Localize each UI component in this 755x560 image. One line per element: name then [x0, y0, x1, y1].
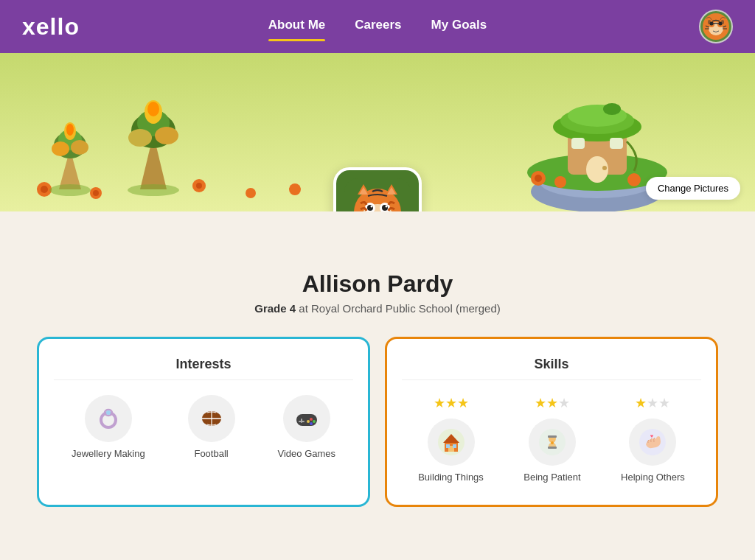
tiger-avatar-icon: [702, 13, 730, 41]
svg-point-51: [627, 173, 641, 186]
user-avatar[interactable]: [699, 10, 733, 43]
navbar-avatar-area: [555, 10, 733, 43]
svg-point-33: [246, 188, 256, 198]
building-stars: ★★★: [434, 395, 469, 411]
patient-label: Being Patient: [523, 472, 580, 483]
svg-point-49: [535, 175, 542, 182]
profile-school-info: Grade 4 at Royal Orchard Public School (…: [0, 302, 755, 315]
nav-careers[interactable]: Careers: [355, 18, 401, 35]
star-1: ★: [635, 396, 647, 410]
svg-point-23: [128, 129, 152, 147]
svg-point-36: [128, 184, 179, 196]
profile-name: Allison Pardy: [0, 270, 755, 298]
building-label: Building Things: [418, 472, 484, 483]
svg-point-35: [49, 184, 91, 196]
football-icon: [188, 395, 235, 442]
hands-icon: [639, 428, 667, 456]
change-pictures-button[interactable]: Change Pictures: [646, 177, 740, 200]
star-3: ★: [658, 396, 670, 410]
svg-point-95: [551, 441, 554, 444]
cards-row: Interests Jewellery Making: [0, 329, 755, 507]
profile-tiger-icon: [344, 178, 411, 211]
jewellery-label: Jewellery Making: [72, 448, 145, 459]
skill-patient[interactable]: ★★★ Being Patient: [523, 395, 580, 483]
svg-rect-46: [571, 138, 585, 149]
patient-icon: [529, 419, 576, 466]
building-icon: [428, 419, 475, 466]
profile-school: at Royal Orchard Public School (merged): [299, 302, 500, 315]
profile-info: Allison Pardy Grade 4 at Royal Orchard P…: [0, 270, 755, 315]
patient-stars: ★★★: [535, 395, 570, 411]
svg-rect-81: [299, 421, 305, 422]
ring-icon: [95, 405, 122, 432]
helping-icon: [629, 419, 676, 466]
football-label: Football: [194, 448, 228, 459]
controller-icon: [293, 405, 320, 432]
svg-point-66: [386, 206, 388, 208]
svg-point-16: [52, 141, 69, 156]
profile-avatar-container: [333, 167, 422, 211]
svg-point-19: [66, 124, 74, 136]
svg-point-26: [147, 102, 159, 116]
svg-rect-93: [548, 435, 557, 438]
svg-rect-79: [296, 414, 317, 426]
logo: xello: [22, 13, 200, 41]
helping-label: Helping Others: [621, 472, 685, 483]
interests-items: Jewellery Making Football: [54, 395, 353, 459]
video-games-label: Video Games: [278, 448, 336, 459]
profile-banner: Change Pictures: [0, 53, 755, 211]
svg-point-75: [106, 410, 111, 415]
svg-point-84: [310, 422, 313, 425]
interest-video-games[interactable]: Video Games: [278, 395, 336, 459]
interest-football[interactable]: Football: [188, 395, 235, 459]
svg-rect-11: [721, 20, 724, 24]
svg-point-65: [371, 206, 373, 208]
svg-point-82: [310, 418, 313, 421]
interests-card-title: Interests: [54, 357, 353, 380]
hourglass-icon: [538, 428, 566, 456]
nav-links: About Me Careers My Goals: [200, 18, 555, 35]
svg-point-32: [196, 183, 202, 189]
svg-point-83: [313, 420, 316, 423]
profile-grade-label: Grade 4: [254, 302, 296, 315]
skills-card: Skills ★★★ Building Things: [385, 337, 718, 507]
svg-rect-10: [708, 20, 711, 24]
svg-point-34: [289, 183, 301, 195]
svg-point-50: [554, 176, 566, 188]
svg-rect-94: [548, 447, 557, 449]
interest-jewellery[interactable]: Jewellery Making: [72, 395, 145, 459]
skills-items: ★★★ Building Things ★★★: [402, 395, 701, 483]
navbar: xello About Me Careers My Goals: [0, 0, 755, 53]
svg-point-28: [41, 186, 48, 193]
svg-rect-90: [446, 444, 450, 448]
nav-my-goals[interactable]: My Goals: [431, 18, 487, 35]
helping-stars: ★★★: [635, 395, 670, 411]
interests-card: Interests Jewellery Making: [37, 337, 370, 507]
star-1: ★: [535, 396, 546, 410]
svg-point-85: [307, 420, 310, 423]
football-ball-icon: [198, 405, 225, 432]
skills-card-title: Skills: [402, 357, 701, 380]
house-icon: [437, 428, 465, 456]
profile-avatar[interactable]: [333, 167, 422, 211]
star-2: ★: [546, 396, 558, 410]
gamepad-icon: [283, 395, 330, 442]
svg-point-17: [71, 140, 88, 155]
star-2: ★: [647, 396, 658, 410]
star-2: ★: [445, 396, 457, 410]
svg-point-30: [93, 190, 99, 196]
star-3: ★: [457, 396, 469, 410]
svg-point-45: [602, 166, 607, 170]
svg-rect-47: [610, 138, 623, 149]
svg-point-53: [603, 103, 621, 115]
skill-helping[interactable]: ★★★ Helping Others: [621, 395, 685, 483]
nav-about-me[interactable]: About Me: [268, 18, 325, 35]
svg-rect-91: [453, 444, 456, 448]
star-1: ★: [434, 396, 445, 410]
star-3: ★: [558, 396, 570, 410]
jewellery-icon: [85, 395, 132, 442]
svg-point-24: [155, 127, 178, 144]
skill-building[interactable]: ★★★ Building Things: [418, 395, 484, 483]
